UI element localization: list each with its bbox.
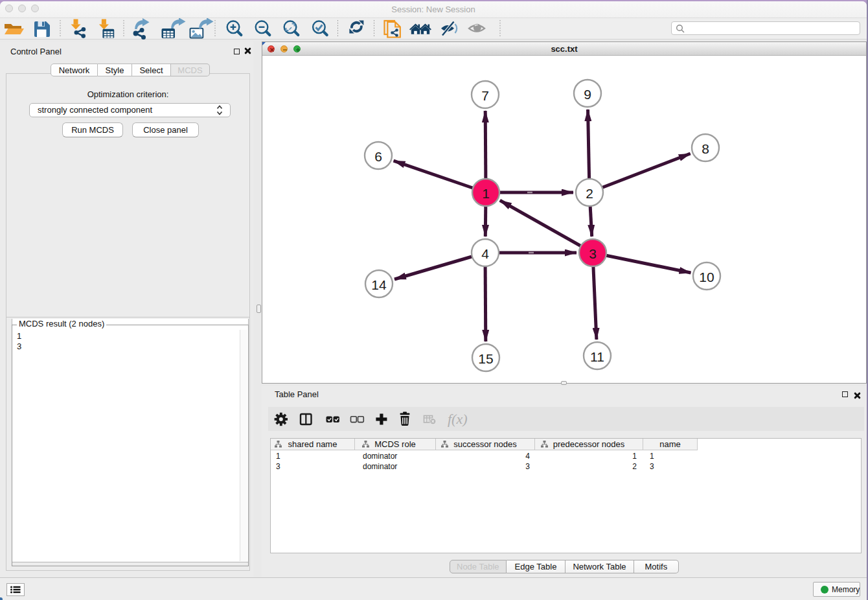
svg-text:8: 8 — [702, 141, 709, 156]
svg-text:f(x): f(x) — [448, 411, 468, 427]
svg-text:1: 1 — [482, 186, 490, 201]
svg-text:6: 6 — [374, 149, 382, 164]
svg-text:7: 7 — [481, 88, 489, 103]
svg-text:10: 10 — [699, 270, 714, 284]
svg-text:9: 9 — [584, 87, 591, 102]
svg-text:4: 4 — [481, 246, 489, 261]
svg-text:14: 14 — [371, 277, 387, 292]
svg-text:3: 3 — [589, 246, 597, 261]
svg-text:11: 11 — [590, 349, 604, 364]
svg-text:2: 2 — [586, 186, 593, 201]
svg-text:15: 15 — [478, 351, 493, 366]
